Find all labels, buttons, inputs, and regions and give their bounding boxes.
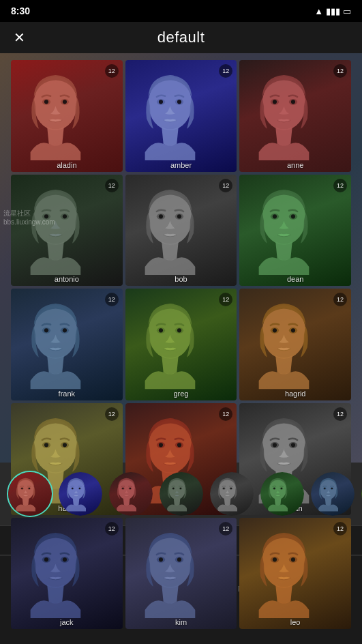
- filter-item-dean[interactable]: 12dean: [239, 175, 351, 287]
- wifi-icon: ▲: [314, 6, 323, 16]
- status-icons: ▲ ▮▮▮ ▭: [314, 6, 351, 16]
- svg-point-3: [44, 100, 48, 104]
- filter-badge-leo: 12: [333, 522, 347, 536]
- filter-label-hagrid: hagrid: [239, 390, 351, 398]
- filter-badge-antonio: 12: [105, 179, 119, 192]
- svg-point-79: [29, 488, 30, 489]
- svg-point-24: [177, 214, 181, 218]
- svg-point-89: [130, 488, 131, 489]
- svg-point-59: [291, 443, 295, 447]
- svg-point-78: [21, 488, 22, 489]
- thumb-item-5[interactable]: [259, 471, 305, 517]
- svg-point-74: [291, 557, 295, 561]
- filter-label-greg: greg: [125, 390, 237, 398]
- svg-point-98: [223, 488, 224, 489]
- svg-point-23: [159, 214, 163, 218]
- filter-badge-frank: 12: [105, 293, 119, 306]
- filter-label-jack: jack: [11, 618, 123, 626]
- svg-point-69: [177, 557, 181, 561]
- filter-item-bob[interactable]: 12bob: [125, 175, 237, 287]
- filter-badge-jean: 12: [333, 407, 347, 421]
- filter-item-amber[interactable]: 12amber: [125, 60, 237, 172]
- svg-point-104: [281, 488, 282, 489]
- filter-item-frank[interactable]: 12frank: [11, 289, 123, 400]
- svg-point-49: [63, 443, 67, 447]
- thumb-item-0[interactable]: [7, 471, 53, 517]
- thumb-item-2[interactable]: [108, 471, 154, 517]
- filter-item-jack[interactable]: 12jack: [11, 518, 123, 630]
- filter-label-kim: kim: [125, 618, 237, 626]
- svg-point-18: [44, 214, 48, 218]
- page-title: default: [157, 29, 205, 46]
- filter-badge-anne: 12: [333, 64, 347, 78]
- close-button[interactable]: ✕: [14, 29, 25, 46]
- svg-point-84: [79, 488, 80, 489]
- filter-item-kim[interactable]: 12kim: [125, 518, 237, 630]
- svg-point-88: [122, 488, 123, 489]
- svg-point-99: [230, 488, 232, 489]
- thumb-item-1[interactable]: [57, 471, 104, 517]
- header: ✕ default: [0, 22, 362, 53]
- filter-label-aladin: aladin: [11, 161, 123, 169]
- svg-point-33: [44, 329, 48, 333]
- svg-point-108: [324, 488, 325, 489]
- svg-point-58: [273, 443, 277, 447]
- filter-label-dean: dean: [239, 275, 351, 283]
- svg-point-109: [331, 488, 333, 489]
- svg-point-93: [172, 488, 174, 489]
- status-time: 8:30: [11, 5, 30, 16]
- filter-badge-jack: 12: [105, 522, 119, 536]
- filter-item-antonio[interactable]: 12antonio: [11, 175, 123, 287]
- thumb-item-6[interactable]: [310, 471, 356, 517]
- thumb-item-3[interactable]: [158, 471, 205, 517]
- filter-grid: 12aladin 12amber: [7, 60, 355, 629]
- filter-badge-dean: 12: [333, 179, 347, 192]
- svg-point-13: [273, 100, 277, 104]
- signal-icon: ▮▮▮: [326, 6, 340, 16]
- filter-label-bob: bob: [125, 275, 237, 283]
- svg-point-4: [63, 100, 67, 104]
- svg-point-34: [63, 329, 67, 333]
- svg-point-38: [159, 329, 163, 333]
- svg-point-19: [63, 214, 67, 218]
- filter-label-amber: amber: [125, 161, 237, 169]
- filter-label-leo: leo: [239, 618, 351, 626]
- svg-point-53: [159, 443, 163, 447]
- filter-badge-kim: 12: [219, 522, 232, 536]
- filter-item-anne[interactable]: 12anne: [239, 60, 351, 172]
- svg-point-103: [273, 488, 275, 489]
- filter-grid-area: 流星社区 bbs.liuxingw.com: [0, 53, 362, 463]
- svg-point-54: [177, 443, 181, 447]
- filter-label-anne: anne: [239, 161, 351, 169]
- svg-point-64: [63, 557, 67, 561]
- svg-point-29: [291, 214, 295, 218]
- filter-badge-aladin: 12: [105, 64, 119, 78]
- svg-point-73: [273, 557, 277, 561]
- svg-point-28: [273, 214, 277, 218]
- svg-point-83: [72, 488, 73, 489]
- svg-point-8: [159, 100, 163, 104]
- battery-icon: ▭: [343, 6, 351, 16]
- thumb-item-4[interactable]: [209, 471, 255, 517]
- svg-point-14: [291, 100, 295, 104]
- svg-point-43: [273, 329, 277, 333]
- filter-label-antonio: antonio: [11, 275, 123, 283]
- svg-point-94: [180, 488, 181, 489]
- filter-label-frank: frank: [11, 390, 123, 398]
- filter-badge-bob: 12: [219, 179, 232, 192]
- svg-point-44: [291, 329, 295, 333]
- svg-point-63: [44, 557, 48, 561]
- filter-item-leo[interactable]: 12leo: [239, 518, 351, 630]
- svg-point-39: [177, 329, 181, 333]
- svg-point-68: [159, 557, 163, 561]
- status-bar: 8:30 ▲ ▮▮▮ ▭: [0, 0, 362, 22]
- filter-item-greg[interactable]: 12greg: [125, 289, 237, 400]
- filter-badge-harry: 12: [105, 407, 119, 421]
- svg-point-9: [177, 100, 181, 104]
- filter-item-aladin[interactable]: 12aladin: [11, 60, 123, 172]
- filter-item-hagrid[interactable]: 12hagrid: [239, 289, 351, 400]
- svg-point-48: [44, 443, 48, 447]
